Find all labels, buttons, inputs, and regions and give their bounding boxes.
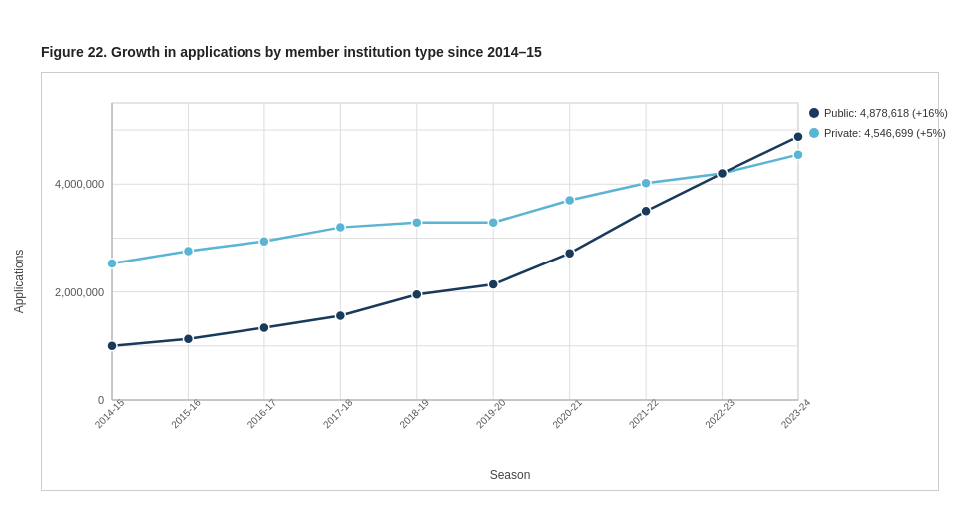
svg-point-36 (412, 218, 422, 228)
svg-point-34 (259, 237, 269, 247)
svg-text:2,000,000: 2,000,000 (55, 286, 104, 298)
svg-point-32 (107, 259, 117, 268)
svg-text:4,000,000: 4,000,000 (55, 178, 104, 190)
svg-point-41 (793, 150, 803, 160)
svg-point-48 (565, 249, 575, 259)
svg-text:2018-19: 2018-19 (397, 396, 431, 430)
svg-text:2021-22: 2021-22 (627, 396, 661, 430)
svg-point-42 (107, 341, 117, 351)
svg-point-44 (259, 322, 269, 332)
svg-point-51 (793, 132, 803, 142)
svg-rect-0 (112, 103, 798, 400)
svg-point-39 (641, 178, 651, 188)
x-axis-label: Season (490, 468, 531, 482)
svg-point-46 (412, 289, 422, 299)
svg-text:0: 0 (98, 394, 104, 406)
svg-point-38 (565, 196, 575, 206)
svg-text:Public: 4,878,618 (+16%): Public: 4,878,618 (+16%) (824, 107, 948, 119)
svg-text:2022-23: 2022-23 (703, 396, 736, 430)
svg-text:2019-20: 2019-20 (474, 396, 508, 430)
svg-text:2020-21: 2020-21 (550, 396, 584, 430)
figure-title: Figure 22. Growth in applications by mem… (41, 44, 939, 60)
y-axis-label: Applications (12, 250, 26, 314)
chart-outer: Applications 02,000,0004,000,0002014-152… (41, 72, 939, 491)
chart-svg: 02,000,0004,000,0002014-152015-162016-17… (102, 83, 918, 450)
svg-text:2016-17: 2016-17 (245, 396, 279, 430)
svg-text:2017-18: 2017-18 (321, 396, 355, 430)
svg-point-47 (488, 279, 498, 289)
svg-point-49 (641, 206, 651, 216)
svg-point-43 (183, 334, 193, 344)
svg-text:2023-24: 2023-24 (779, 396, 813, 430)
svg-point-54 (809, 128, 819, 138)
svg-point-35 (335, 223, 345, 233)
chart-area: 02,000,0004,000,0002014-152015-162016-17… (102, 83, 918, 450)
svg-point-37 (488, 218, 498, 228)
svg-point-50 (718, 168, 728, 178)
svg-point-45 (335, 310, 345, 320)
svg-point-33 (183, 246, 193, 256)
svg-text:Private: 4,546,699 (+5%): Private: 4,546,699 (+5%) (824, 127, 946, 139)
svg-point-52 (809, 108, 819, 118)
figure-container: Figure 22. Growth in applications by mem… (21, 24, 959, 501)
svg-text:2015-16: 2015-16 (169, 396, 203, 430)
